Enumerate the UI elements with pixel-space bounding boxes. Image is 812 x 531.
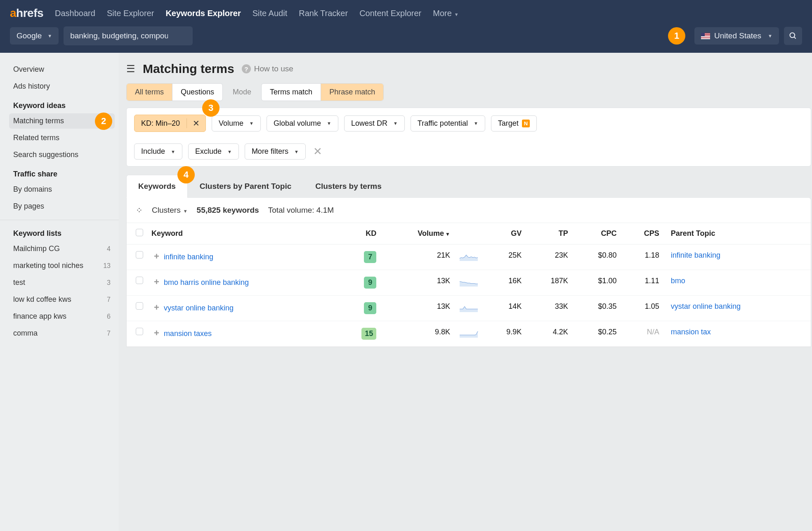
cell-tp: 187K <box>526 270 572 296</box>
hamburger-icon[interactable]: ☰ <box>126 63 135 75</box>
sidebar-search-suggestions[interactable]: Search suggestions <box>9 147 115 162</box>
tab-clusters-parent[interactable]: Clusters by Parent Topic <box>188 175 303 198</box>
search-button[interactable] <box>784 27 802 45</box>
top-nav: ahrefs Dashboard Site Explorer Keywords … <box>0 0 812 26</box>
help-icon: ? <box>242 64 251 73</box>
parent-topic-link[interactable]: mansion tax <box>671 328 711 336</box>
tab-phrase-match[interactable]: Phrase match <box>321 84 383 101</box>
row-checkbox[interactable] <box>136 328 143 335</box>
parent-topic-link[interactable]: bmo <box>671 277 685 285</box>
sidebar-related-terms[interactable]: Related terms <box>9 130 115 146</box>
keyword-link[interactable]: infinite banking <box>164 253 213 261</box>
cell-tp: 33K <box>526 296 572 321</box>
clusters-dropdown[interactable]: Clusters <box>152 206 188 215</box>
cell-volume: 9.8K <box>380 321 454 347</box>
list-item[interactable]: finance app kws6 <box>9 309 115 324</box>
cell-cps: 1.05 <box>621 296 663 321</box>
close-icon[interactable]: ✕ <box>186 118 205 128</box>
cell-volume: 13K <box>380 270 454 296</box>
search-wrap: 1 <box>64 26 689 45</box>
clear-filters-icon[interactable]: ✕ <box>312 145 324 158</box>
sidebar-overview[interactable]: Overview <box>9 62 115 77</box>
table-row: + bmo harris online banking 9 13K 16K 18… <box>127 270 811 296</box>
list-item[interactable]: test3 <box>9 275 115 290</box>
tab-clusters-terms[interactable]: Clusters by terms <box>303 175 394 198</box>
logo[interactable]: ahrefs <box>10 7 43 20</box>
cell-cpc: $0.35 <box>572 296 621 321</box>
col-tp[interactable]: TP <box>526 223 572 244</box>
kd-badge: 9 <box>364 302 376 314</box>
filter-more[interactable]: More filters <box>245 143 306 160</box>
table-row: + mansion taxes 15 9.8K 9.9K 4.2K $0.25 … <box>127 321 811 347</box>
clusters-icon: ⁘ <box>136 205 143 215</box>
country-select[interactable]: United States <box>694 27 779 45</box>
svg-point-0 <box>790 33 795 38</box>
nav-more[interactable]: More <box>433 9 458 18</box>
col-cpc[interactable]: CPC <box>572 223 621 244</box>
howto-link[interactable]: ? How to use <box>242 64 293 73</box>
search-icon <box>789 32 797 40</box>
sidebar-matching-terms[interactable]: Matching terms 2 <box>9 113 115 129</box>
filter-bar: 3 KD: Min–20 ✕ Volume Global volume Lowe… <box>126 108 811 167</box>
filter-traffic-potential[interactable]: Traffic potential <box>411 115 485 132</box>
svg-line-1 <box>794 37 796 39</box>
sparkline-icon <box>458 277 479 287</box>
col-cps[interactable]: CPS <box>621 223 663 244</box>
filter-kd[interactable]: KD: Min–20 ✕ <box>134 115 206 132</box>
nav-site-explorer[interactable]: Site Explorer <box>107 9 154 18</box>
keyword-link[interactable]: bmo harris online banking <box>164 278 249 287</box>
row-checkbox[interactable] <box>136 277 143 284</box>
sparkline-icon <box>458 302 479 312</box>
col-parent-topic[interactable]: Parent Topic <box>663 223 811 244</box>
expand-icon[interactable]: + <box>151 328 162 338</box>
flag-icon <box>701 33 710 39</box>
tab-keywords[interactable]: Keywords 4 <box>126 175 188 198</box>
page-title: Matching terms <box>143 62 234 76</box>
kd-badge: 9 <box>364 277 376 289</box>
expand-icon[interactable]: + <box>151 302 162 312</box>
tab-all-terms[interactable]: All terms <box>127 84 172 101</box>
list-item[interactable]: low kd coffee kws7 <box>9 292 115 307</box>
filter-include[interactable]: Include <box>134 143 182 160</box>
row-checkbox[interactable] <box>136 251 143 258</box>
sidebar-by-pages[interactable]: By pages <box>9 199 115 214</box>
parent-topic-link[interactable]: vystar online banking <box>671 302 741 310</box>
nav-dashboard[interactable]: Dashboard <box>55 9 95 18</box>
col-kd[interactable]: KD <box>339 223 381 244</box>
sidebar-ads-history[interactable]: Ads history <box>9 79 115 94</box>
expand-icon[interactable]: + <box>151 277 162 287</box>
list-item[interactable]: comma7 <box>9 326 115 341</box>
tab-questions[interactable]: Questions <box>172 84 222 101</box>
engine-select[interactable]: Google <box>10 27 59 45</box>
nav-site-audit[interactable]: Site Audit <box>253 9 288 18</box>
col-volume[interactable]: Volume▼ <box>380 223 454 244</box>
filter-global-volume[interactable]: Global volume <box>267 115 338 132</box>
col-keyword[interactable]: Keyword <box>147 223 339 244</box>
row-checkbox[interactable] <box>136 302 143 310</box>
search-bar: Google 1 United States <box>0 26 812 53</box>
sidebar-title-ideas: Keyword ideas <box>9 96 115 113</box>
sidebar-by-domains[interactable]: By domains <box>9 182 115 197</box>
cell-tp: 23K <box>526 244 572 270</box>
filter-exclude[interactable]: Exclude <box>188 143 239 160</box>
keyword-link[interactable]: mansion taxes <box>164 329 212 338</box>
filter-lowest-dr[interactable]: Lowest DR <box>344 115 405 132</box>
keyword-input[interactable] <box>64 26 193 45</box>
select-all-checkbox[interactable] <box>136 229 143 236</box>
parent-topic-link[interactable]: infinite banking <box>671 251 720 259</box>
kd-badge: 7 <box>364 251 376 263</box>
nav-keywords-explorer[interactable]: Keywords Explorer <box>165 9 241 18</box>
col-gv[interactable]: GV <box>483 223 526 244</box>
cell-gv: 9.9K <box>483 321 526 347</box>
nav-content-explorer[interactable]: Content Explorer <box>359 9 421 18</box>
keyword-link[interactable]: vystar online banking <box>164 304 234 312</box>
filter-target[interactable]: Target N <box>491 115 537 132</box>
list-item[interactable]: marketing tool niches13 <box>9 258 115 273</box>
expand-icon[interactable]: + <box>151 251 162 261</box>
filter-volume[interactable]: Volume <box>212 115 261 132</box>
term-type-group: All terms Questions <box>126 83 223 101</box>
list-item[interactable]: Mailchimp CG4 <box>9 241 115 256</box>
sidebar: Overview Ads history Keyword ideas Match… <box>0 53 119 531</box>
nav-rank-tracker[interactable]: Rank Tracker <box>299 9 348 18</box>
tab-terms-match[interactable]: Terms match <box>262 84 321 101</box>
